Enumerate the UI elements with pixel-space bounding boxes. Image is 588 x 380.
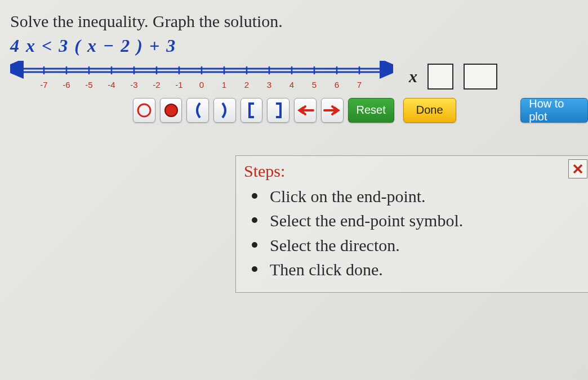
- bullet-icon: [252, 193, 257, 199]
- bullet-icon: [252, 217, 257, 223]
- tick-label: 7: [357, 80, 362, 90]
- tick-label: 3: [267, 80, 271, 90]
- svg-point-18: [165, 104, 177, 117]
- tick-label: -2: [153, 80, 160, 90]
- answer-variable: x: [409, 67, 417, 86]
- tick-label: 0: [199, 80, 204, 90]
- tick-label: 2: [244, 80, 249, 90]
- tick-label: -3: [130, 80, 137, 90]
- open-bracket-left-tool[interactable]: [240, 98, 263, 123]
- open-circle-tool[interactable]: [133, 98, 155, 123]
- reset-button[interactable]: Reset: [348, 98, 394, 123]
- bullet-icon: [252, 266, 257, 272]
- tick-label: 4: [289, 80, 294, 90]
- svg-point-17: [138, 104, 150, 117]
- answer-box-value[interactable]: [464, 64, 497, 90]
- tick-label: -4: [108, 80, 115, 90]
- close-icon: [572, 163, 583, 175]
- step-item: Select the directon.: [252, 233, 584, 258]
- open-paren-left-tool[interactable]: [186, 98, 209, 123]
- done-button[interactable]: Done: [403, 98, 456, 123]
- answer-box-operator[interactable]: [427, 64, 453, 90]
- open-bracket-right-tool[interactable]: [267, 98, 289, 123]
- problem-inequality: 4 x < 3 ( x − 2 ) + 3: [10, 35, 588, 56]
- tick-label: -1: [175, 80, 182, 90]
- tick-label: 1: [222, 80, 226, 90]
- tick-label: -6: [63, 80, 70, 90]
- answer-area: x: [409, 64, 497, 90]
- tick-label: -5: [85, 80, 92, 90]
- step-item: Then click done.: [252, 257, 584, 282]
- arrow-left-tool[interactable]: [294, 98, 317, 123]
- tick-label: 5: [312, 80, 317, 90]
- step-item: Select the end-point symbol.: [252, 208, 584, 233]
- tick-label: -7: [40, 80, 47, 90]
- steps-title: Steps:: [244, 162, 584, 181]
- open-paren-right-tool[interactable]: [213, 98, 236, 123]
- tick-label: 6: [335, 80, 339, 90]
- closed-circle-tool[interactable]: [160, 98, 182, 123]
- close-steps-button[interactable]: [568, 159, 587, 178]
- problem-instruction: Solve the inequality. Graph the solution…: [10, 10, 588, 33]
- bullet-icon: [252, 242, 257, 248]
- how-to-plot-button[interactable]: How to plot: [520, 98, 588, 123]
- step-text: Then click done.: [270, 257, 383, 282]
- step-text: Select the end-point symbol.: [270, 208, 463, 233]
- number-line[interactable]: -7-6-5-4-3-2-101234567: [10, 61, 393, 95]
- step-text: Select the directon.: [270, 233, 400, 258]
- step-text: Click on the end-point.: [270, 184, 426, 209]
- step-item: Click on the end-point.: [252, 184, 584, 209]
- arrow-right-tool[interactable]: [321, 98, 344, 123]
- steps-panel: Steps: Click on the end-point. Select th…: [235, 155, 588, 293]
